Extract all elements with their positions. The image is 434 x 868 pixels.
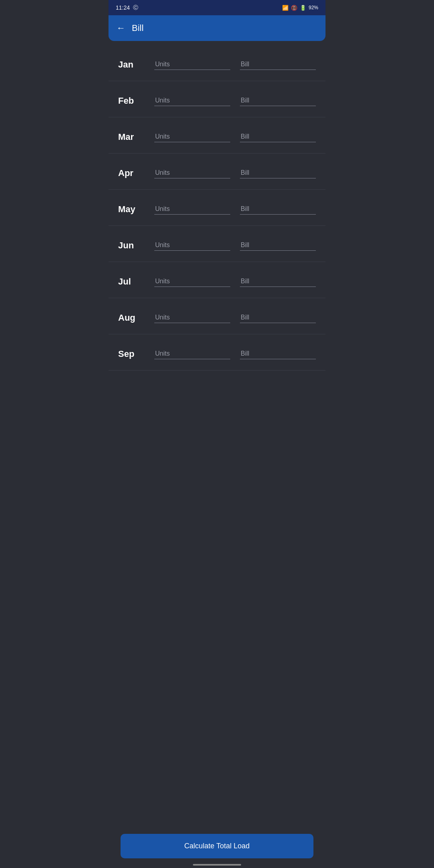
fields-may bbox=[154, 204, 316, 215]
app-icon: Ⓒ bbox=[133, 4, 138, 11]
wifi-icon: 📶 bbox=[282, 5, 289, 11]
units-input-jan[interactable] bbox=[154, 59, 230, 70]
month-label-mar: Mar bbox=[118, 132, 150, 142]
main-content: JanFebMarAprMayJunJulAugSep bbox=[108, 41, 326, 411]
bill-input-aug[interactable] bbox=[240, 312, 316, 323]
month-label-feb: Feb bbox=[118, 96, 150, 106]
units-wrapper-feb bbox=[154, 95, 230, 106]
units-wrapper-jun bbox=[154, 240, 230, 251]
fields-mar bbox=[154, 131, 316, 142]
month-row-sep: Sep bbox=[108, 334, 326, 371]
units-input-feb[interactable] bbox=[154, 95, 230, 106]
month-label-jan: Jan bbox=[118, 59, 150, 70]
status-bar-right: 📶 📵 🔋 92% bbox=[282, 5, 318, 11]
units-wrapper-aug bbox=[154, 312, 230, 323]
month-label-jul: Jul bbox=[118, 276, 150, 287]
fields-jul bbox=[154, 276, 316, 287]
bill-wrapper-feb bbox=[240, 95, 316, 106]
page-title: Bill bbox=[132, 23, 143, 33]
bill-wrapper-jul bbox=[240, 276, 316, 287]
units-wrapper-jan bbox=[154, 59, 230, 70]
bill-wrapper-apr bbox=[240, 168, 316, 178]
month-label-jun: Jun bbox=[118, 240, 150, 251]
units-wrapper-may bbox=[154, 204, 230, 215]
bill-input-jul[interactable] bbox=[240, 276, 316, 287]
month-row-may: May bbox=[108, 190, 326, 226]
fields-apr bbox=[154, 168, 316, 178]
units-wrapper-apr bbox=[154, 168, 230, 178]
month-row-feb: Feb bbox=[108, 81, 326, 117]
units-input-apr[interactable] bbox=[154, 168, 230, 178]
bill-input-sep[interactable] bbox=[240, 348, 316, 359]
month-row-aug: Aug bbox=[108, 298, 326, 334]
bill-input-jan[interactable] bbox=[240, 59, 316, 70]
fields-aug bbox=[154, 312, 316, 323]
month-row-jun: Jun bbox=[108, 226, 326, 262]
bill-wrapper-jan bbox=[240, 59, 316, 70]
units-input-aug[interactable] bbox=[154, 312, 230, 323]
month-label-may: May bbox=[118, 204, 150, 215]
bill-wrapper-aug bbox=[240, 312, 316, 323]
fields-jun bbox=[154, 240, 316, 251]
units-input-jun[interactable] bbox=[154, 240, 230, 251]
month-label-apr: Apr bbox=[118, 168, 150, 178]
bill-wrapper-sep bbox=[240, 348, 316, 359]
bill-wrapper-may bbox=[240, 204, 316, 215]
battery-percent: 92% bbox=[309, 5, 318, 10]
status-bar: 11:24 Ⓒ 📶 📵 🔋 92% bbox=[108, 0, 326, 15]
bill-input-mar[interactable] bbox=[240, 131, 316, 142]
month-label-sep: Sep bbox=[118, 349, 150, 359]
bill-input-jun[interactable] bbox=[240, 240, 316, 251]
units-input-jul[interactable] bbox=[154, 276, 230, 287]
back-button[interactable]: ← bbox=[117, 23, 125, 33]
month-row-apr: Apr bbox=[108, 154, 326, 190]
battery-icon: 🔋 bbox=[300, 5, 306, 11]
status-bar-left: 11:24 Ⓒ bbox=[116, 4, 138, 11]
units-input-mar[interactable] bbox=[154, 131, 230, 142]
bill-wrapper-mar bbox=[240, 131, 316, 142]
fields-jan bbox=[154, 59, 316, 70]
month-row-mar: Mar bbox=[108, 117, 326, 154]
fields-sep bbox=[154, 348, 316, 359]
bill-input-may[interactable] bbox=[240, 204, 316, 215]
units-wrapper-jul bbox=[154, 276, 230, 287]
units-input-may[interactable] bbox=[154, 204, 230, 215]
units-input-sep[interactable] bbox=[154, 348, 230, 359]
bill-input-feb[interactable] bbox=[240, 95, 316, 106]
units-wrapper-mar bbox=[154, 131, 230, 142]
fields-feb bbox=[154, 95, 316, 106]
units-wrapper-sep bbox=[154, 348, 230, 359]
header: ← Bill bbox=[108, 15, 326, 41]
status-time: 11:24 bbox=[116, 4, 130, 11]
bill-wrapper-jun bbox=[240, 240, 316, 251]
month-row-jan: Jan bbox=[108, 45, 326, 81]
month-label-aug: Aug bbox=[118, 313, 150, 323]
month-row-jul: Jul bbox=[108, 262, 326, 298]
bill-input-apr[interactable] bbox=[240, 168, 316, 178]
signal-icon: 📵 bbox=[291, 5, 297, 11]
